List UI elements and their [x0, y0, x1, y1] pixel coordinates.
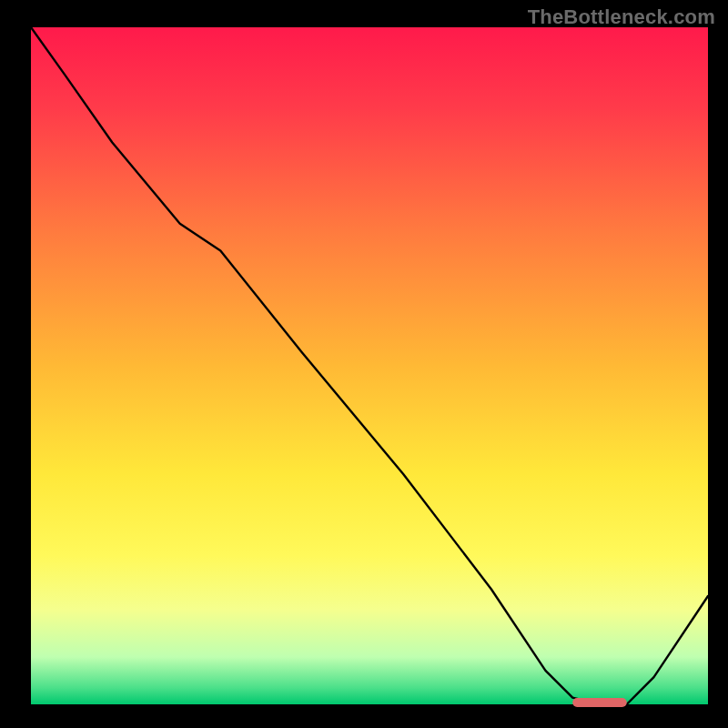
plot-background	[31, 27, 708, 704]
watermark-text: TheBottleneck.com	[528, 5, 715, 29]
sweet-spot-marker	[572, 698, 627, 707]
chart-container: TheBottleneck.com	[0, 0, 728, 728]
bottleneck-chart	[0, 0, 728, 728]
